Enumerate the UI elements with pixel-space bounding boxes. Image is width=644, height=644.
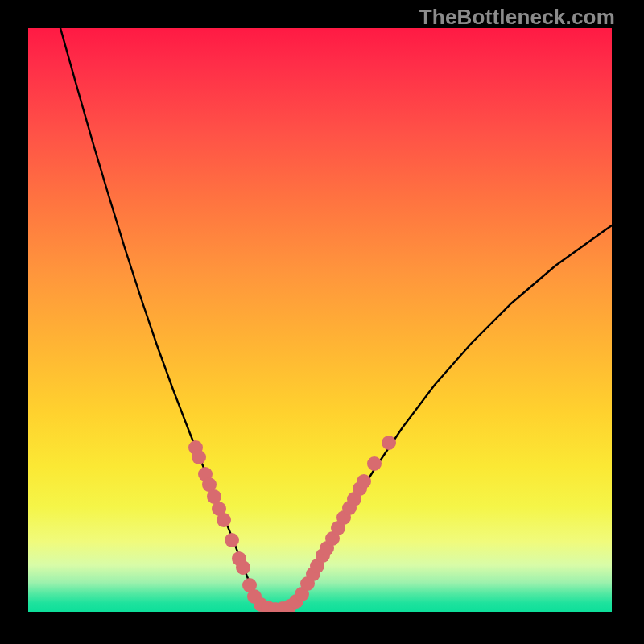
chart-container: TheBottleneck.com (0, 0, 644, 644)
watermark-text: TheBottleneck.com (419, 5, 615, 30)
plot-area (28, 28, 612, 612)
